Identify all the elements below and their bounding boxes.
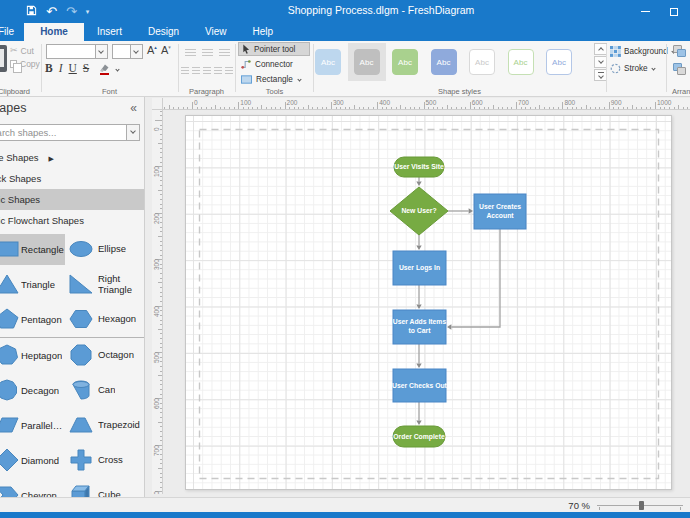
diagram-node-checkout[interactable]: User Checks Out xyxy=(392,369,448,402)
connector-tool-button[interactable]: Connector xyxy=(238,57,310,71)
font-size-combobox[interactable] xyxy=(112,44,143,59)
right-triangle-shape-icon[interactable] xyxy=(67,272,95,296)
shape-gallery-row: DecagonCan xyxy=(0,373,145,408)
pentagon-shape-icon[interactable] xyxy=(0,307,20,331)
decagon-shape-icon[interactable] xyxy=(0,378,20,402)
shape-item-trapezoid[interactable]: Trapezoid xyxy=(98,408,144,443)
shape-style-swatch-7[interactable]: Abc xyxy=(546,49,572,75)
shape-item-right-triangle[interactable]: Right Triangle xyxy=(98,267,144,302)
chevron-down-icon[interactable] xyxy=(130,45,142,58)
diagram-node-complete[interactable]: Order Complete xyxy=(393,426,445,447)
align-right-icon[interactable] xyxy=(203,67,211,75)
shape-style-swatch-3[interactable]: Abc xyxy=(392,49,418,75)
collapse-panel-button[interactable]: « xyxy=(130,101,137,115)
chevron-down-icon[interactable] xyxy=(95,45,107,58)
minimize-button[interactable] xyxy=(641,11,650,12)
shape-item-rectangle[interactable]: Rectangle xyxy=(21,232,64,267)
shape-item-parallelogram[interactable]: Parallelogram xyxy=(21,408,67,443)
shape-item-octagon[interactable]: Octagon xyxy=(98,338,144,373)
background-button[interactable]: Background xyxy=(610,44,675,59)
shape-style-swatch-6[interactable]: Abc xyxy=(508,49,534,75)
shape-item-pentagon[interactable]: Pentagon xyxy=(21,302,62,337)
shape-search-input[interactable] xyxy=(0,125,121,140)
strikethrough-button[interactable]: S xyxy=(83,62,89,74)
shape-style-swatch-2[interactable]: Abc xyxy=(354,49,380,75)
text-color-button[interactable] xyxy=(97,63,119,75)
can-shape-icon[interactable] xyxy=(67,378,95,402)
cube-shape-icon[interactable] xyxy=(67,483,95,497)
italic-button[interactable]: I xyxy=(59,62,63,74)
diagram-node-create[interactable]: User CreatesAccount xyxy=(474,194,526,229)
shape-item-ellipse[interactable]: Ellipse xyxy=(98,232,144,267)
shape-item-triangle[interactable]: Triangle xyxy=(21,267,55,302)
align-top-icon[interactable] xyxy=(185,49,196,57)
justify-icon[interactable] xyxy=(214,67,222,75)
underline-button[interactable]: U xyxy=(69,62,77,74)
tab-insert[interactable]: Insert xyxy=(84,23,135,41)
shape-item-heptagon[interactable]: Heptagon xyxy=(21,338,62,373)
diagram-node-login[interactable]: User Logs In xyxy=(393,251,446,285)
shape-item-cross[interactable]: Cross xyxy=(98,443,144,478)
triangle-shape-icon[interactable] xyxy=(0,272,20,296)
copy-button[interactable]: Copy xyxy=(10,58,40,69)
window-bottom-border xyxy=(0,512,690,518)
font-name-combobox[interactable] xyxy=(46,44,108,59)
shape-style-swatch-4[interactable]: Abc xyxy=(431,49,457,75)
shape-style-swatch-5[interactable]: Abc xyxy=(469,49,495,75)
ink-bottle-icon xyxy=(97,63,112,75)
cross-shape-icon[interactable] xyxy=(67,448,95,472)
shape-item-cube[interactable]: Cube xyxy=(98,478,144,497)
chevron-shape-icon[interactable] xyxy=(0,483,20,497)
heptagon-shape-icon[interactable] xyxy=(0,343,20,367)
maximize-button[interactable] xyxy=(670,8,678,16)
canvas-viewport[interactable]: User Visits SiteNew User?User CreatesAcc… xyxy=(163,110,690,494)
align-left-icon[interactable] xyxy=(181,67,189,75)
align-bottom-icon[interactable] xyxy=(219,49,230,57)
search-options-button[interactable] xyxy=(126,125,139,140)
shrink-font-button[interactable]: A▾ xyxy=(161,44,171,56)
text-direction-icon[interactable] xyxy=(225,67,233,75)
align-center-icon[interactable] xyxy=(192,67,200,75)
tab-home[interactable]: Home xyxy=(24,23,84,41)
stroke-button[interactable]: Stroke xyxy=(610,61,655,76)
ellipse-shape-icon[interactable] xyxy=(67,237,95,261)
font-group-label: Font xyxy=(41,87,178,96)
send-backward-icon[interactable] xyxy=(673,63,688,76)
zoom-slider-thumb[interactable] xyxy=(639,501,644,510)
cut-button[interactable]: ✂ Cut xyxy=(10,45,34,56)
grow-font-button[interactable]: A▴ xyxy=(147,44,157,56)
shape-category-basic-shapes[interactable]: Basic Shapes xyxy=(0,189,145,210)
copy-icon xyxy=(10,60,17,68)
octagon-shape-icon[interactable] xyxy=(67,343,95,367)
tab-file[interactable]: File xyxy=(0,23,24,41)
align-middle-icon[interactable] xyxy=(202,49,213,57)
zoom-slider[interactable] xyxy=(597,498,683,513)
rectangle-shape-icon[interactable] xyxy=(0,237,20,261)
tab-design[interactable]: Design xyxy=(135,23,192,41)
diagram-page[interactable]: User Visits SiteNew User?User CreatesAcc… xyxy=(185,115,672,490)
tab-view[interactable]: View xyxy=(192,23,240,41)
shape-category-basic-flowchart-shapes[interactable]: Basic Flowchart Shapes xyxy=(0,210,145,231)
diagram-node-visit[interactable]: User Visits Site xyxy=(394,157,444,177)
diagram-node-add[interactable]: User Adds Itemsto Cart xyxy=(393,310,447,344)
shape-style-swatch-1[interactable]: Abc xyxy=(315,49,341,75)
tab-help[interactable]: Help xyxy=(240,23,287,41)
diamond-shape-icon[interactable] xyxy=(0,448,20,472)
bold-button[interactable]: B xyxy=(45,62,53,74)
shape-item-hexagon[interactable]: Hexagon xyxy=(98,302,144,337)
shape-category-more-shapes[interactable]: More Shapes▶ xyxy=(0,147,145,168)
shape-item-decagon[interactable]: Decagon xyxy=(21,373,59,408)
pointer-tool-button[interactable]: Pointer tool xyxy=(238,42,310,56)
shape-item-diamond[interactable]: Diamond xyxy=(21,443,59,478)
diagram-node-newuser[interactable]: New User? xyxy=(390,187,448,235)
shape-gallery-row: ChevronCube xyxy=(0,478,145,497)
shape-item-chevron[interactable]: Chevron xyxy=(21,478,57,497)
paste-button[interactable] xyxy=(0,45,7,72)
parallelogram-shape-icon[interactable] xyxy=(0,413,20,437)
shape-category-quick-shapes[interactable]: Quick Shapes xyxy=(0,168,145,189)
trapezoid-shape-icon[interactable] xyxy=(67,413,95,437)
bring-forward-icon[interactable] xyxy=(673,45,688,58)
hexagon-shape-icon[interactable] xyxy=(67,307,95,331)
rectangle-tool-button[interactable]: Rectangle xyxy=(238,72,310,86)
shape-item-can[interactable]: Can xyxy=(98,373,144,408)
